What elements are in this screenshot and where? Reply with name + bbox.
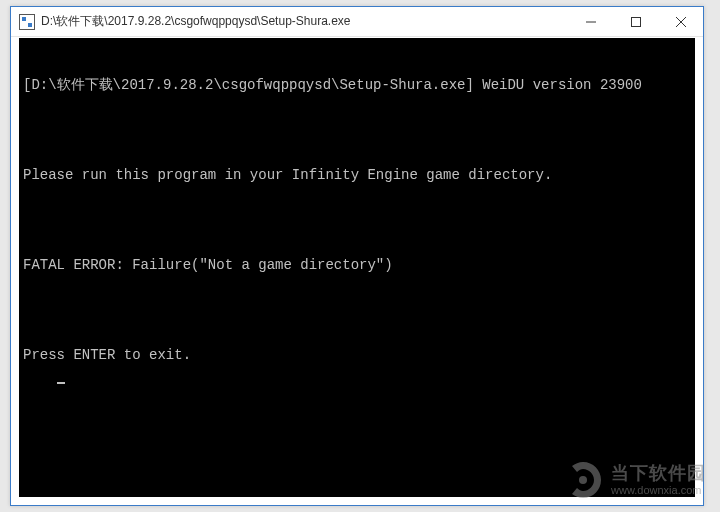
- console-line: Press ENTER to exit.: [23, 346, 691, 364]
- console-line: FATAL ERROR: Failure("Not a game directo…: [23, 256, 691, 274]
- console-line: [D:\软件下载\2017.9.28.2\csgofwqppqysd\Setup…: [23, 76, 691, 94]
- console-line: Please run this program in your Infinity…: [23, 166, 691, 184]
- close-button[interactable]: [658, 7, 703, 36]
- console-window: D:\软件下载\2017.9.28.2\csgofwqppqysd\Setup-…: [10, 6, 704, 506]
- minimize-button[interactable]: [568, 7, 613, 36]
- text-cursor: [57, 382, 65, 384]
- titlebar[interactable]: D:\软件下载\2017.9.28.2\csgofwqppqysd\Setup-…: [11, 7, 703, 37]
- window-controls: [568, 7, 703, 36]
- app-icon: [19, 14, 35, 30]
- console-output[interactable]: [D:\软件下载\2017.9.28.2\csgofwqppqysd\Setup…: [19, 38, 695, 497]
- window-title: D:\软件下载\2017.9.28.2\csgofwqppqysd\Setup-…: [41, 13, 568, 30]
- svg-rect-1: [631, 17, 640, 26]
- maximize-button[interactable]: [613, 7, 658, 36]
